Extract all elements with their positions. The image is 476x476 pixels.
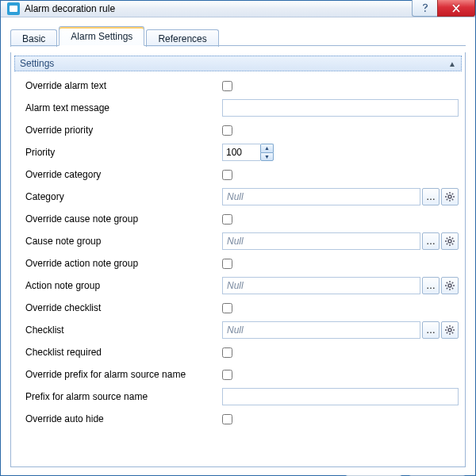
- svg-line-32: [447, 327, 447, 328]
- close-icon: [451, 4, 461, 13]
- row-override-cause: Override cause note group: [11, 208, 465, 230]
- svg-line-14: [447, 238, 447, 239]
- priority-spin-up[interactable]: ▲: [260, 144, 274, 152]
- tab-basic[interactable]: Basic: [10, 29, 57, 47]
- svg-line-24: [452, 288, 453, 289]
- dots-icon: …: [426, 236, 436, 247]
- label-category: Category: [25, 191, 222, 202]
- label-checklist: Checklist: [25, 324, 222, 336]
- label-override-cause: Override cause note group: [25, 213, 222, 225]
- settings-category-button[interactable]: [441, 188, 459, 205]
- svg-point-9: [448, 240, 451, 243]
- row-checklist: Checklist Null …: [11, 319, 465, 341]
- svg-line-6: [452, 199, 453, 200]
- row-override-checklist: Override checklist: [11, 297, 465, 319]
- label-alarm-text-message: Alarm text message: [25, 102, 222, 113]
- tabstrip: Basic Alarm Settings References: [10, 27, 466, 46]
- tab-references[interactable]: References: [146, 29, 218, 47]
- row-override-category: Override category: [11, 163, 465, 186]
- settings-scroll[interactable]: Settings ▲ Override alarm text Alarm tex…: [11, 52, 465, 466]
- svg-line-7: [452, 194, 453, 194]
- titlebar-help-button[interactable]: [412, 0, 437, 17]
- row-prefix: Prefix for alarm source name: [11, 386, 465, 408]
- checkbox-override-action[interactable]: [222, 259, 232, 269]
- label-override-alarm-text: Override alarm text: [25, 80, 222, 91]
- svg-line-8: [447, 199, 447, 200]
- label-override-checklist: Override checklist: [25, 302, 222, 313]
- svg-line-23: [447, 282, 447, 283]
- checkbox-override-auto-hide[interactable]: [222, 414, 232, 424]
- svg-line-15: [452, 244, 453, 244]
- input-priority[interactable]: [222, 144, 260, 161]
- select-category[interactable]: Null: [222, 188, 420, 205]
- help-icon: [421, 3, 429, 13]
- svg-line-35: [447, 332, 447, 333]
- dots-icon: …: [426, 324, 436, 336]
- label-override-action: Override action note group: [25, 258, 222, 269]
- select-checklist[interactable]: Null: [222, 321, 420, 339]
- group-header-settings[interactable]: Settings ▲: [14, 56, 462, 71]
- gear-icon: [444, 280, 455, 291]
- label-checklist-required: Checklist required: [25, 347, 222, 358]
- label-override-auto-hide: Override auto hide: [25, 413, 222, 424]
- svg-line-17: [447, 244, 447, 244]
- label-override-prefix: Override prefix for alarm source name: [25, 369, 222, 380]
- browse-cause-button[interactable]: …: [422, 232, 440, 250]
- row-override-action: Override action note group: [11, 252, 465, 274]
- svg-line-25: [452, 282, 453, 283]
- input-prefix[interactable]: [222, 388, 459, 405]
- checkbox-checklist-required[interactable]: [222, 347, 232, 358]
- svg-line-16: [452, 238, 453, 239]
- svg-point-18: [448, 284, 451, 287]
- row-override-prefix: Override prefix for alarm source name: [11, 363, 465, 386]
- svg-line-34: [452, 327, 453, 328]
- checkbox-override-checklist[interactable]: [222, 303, 232, 313]
- label-override-category: Override category: [25, 169, 222, 180]
- priority-spin-down[interactable]: ▼: [260, 152, 274, 162]
- row-override-priority: Override priority: [11, 119, 465, 141]
- label-override-priority: Override priority: [25, 125, 222, 136]
- row-category: Category Null …: [11, 186, 465, 208]
- browse-category-button[interactable]: …: [422, 188, 440, 205]
- row-cause-group: Cause note group Null …: [11, 230, 465, 252]
- checkbox-override-alarm-text[interactable]: [222, 81, 232, 91]
- select-cause-group[interactable]: Null: [222, 232, 420, 250]
- group-header-label: Settings: [20, 58, 54, 69]
- collapse-icon: ▲: [448, 60, 456, 68]
- gear-icon: [444, 191, 455, 202]
- settings-cause-button[interactable]: [441, 232, 459, 250]
- row-override-alarm-text: Override alarm text: [11, 75, 465, 97]
- svg-point-0: [448, 195, 451, 198]
- row-override-auto-hide: Override auto hide: [11, 408, 465, 430]
- label-priority: Priority: [25, 147, 222, 158]
- titlebar-close-button[interactable]: [437, 0, 475, 17]
- svg-line-5: [447, 194, 447, 194]
- titlebar: Alarm decoration rule: [1, 1, 475, 17]
- dialog-window: Alarm decoration rule Basic Alarm Settin…: [0, 0, 476, 476]
- settings-pane: Settings ▲ Override alarm text Alarm tex…: [10, 52, 466, 467]
- gear-icon: [444, 236, 455, 247]
- label-prefix: Prefix for alarm source name: [25, 391, 222, 402]
- checkbox-override-cause[interactable]: [222, 214, 232, 225]
- svg-point-27: [448, 328, 451, 332]
- row-checklist-required: Checklist required: [11, 341, 465, 363]
- window-title: Alarm decoration rule: [25, 3, 115, 14]
- browse-checklist-button[interactable]: …: [422, 321, 440, 339]
- app-icon: [7, 2, 20, 15]
- input-alarm-text-message[interactable]: [222, 99, 459, 117]
- svg-line-33: [452, 332, 453, 333]
- dots-icon: …: [426, 191, 436, 202]
- checkbox-override-priority[interactable]: [222, 125, 232, 136]
- select-action-group[interactable]: Null: [222, 277, 420, 294]
- settings-action-button[interactable]: [441, 277, 459, 294]
- settings-checklist-button[interactable]: [441, 321, 459, 339]
- label-action-group: Action note group: [25, 280, 222, 291]
- row-alarm-text-message: Alarm text message: [11, 97, 465, 119]
- svg-line-26: [447, 288, 447, 289]
- browse-action-button[interactable]: …: [422, 277, 440, 294]
- row-priority: Priority ▲ ▼: [11, 141, 465, 163]
- checkbox-override-category[interactable]: [222, 170, 232, 180]
- tab-alarm-settings[interactable]: Alarm Settings: [59, 26, 144, 46]
- checkbox-override-prefix[interactable]: [222, 370, 232, 380]
- gear-icon: [444, 324, 455, 336]
